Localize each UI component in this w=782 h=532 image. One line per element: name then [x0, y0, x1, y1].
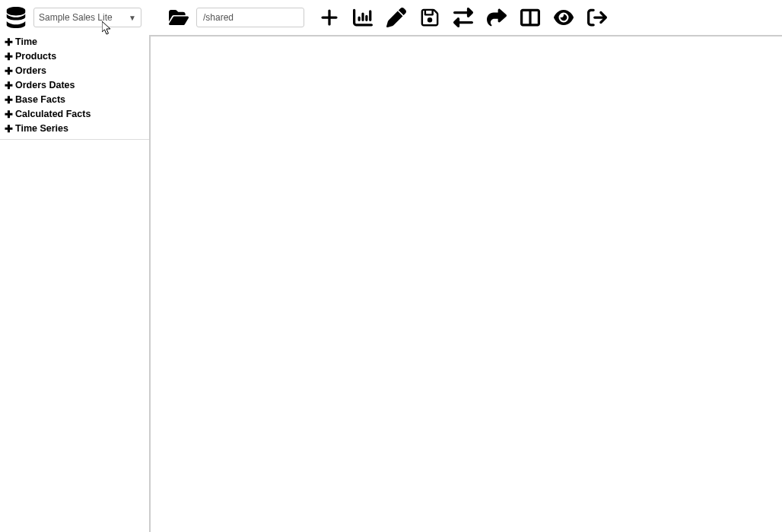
save-icon[interactable]	[418, 6, 441, 29]
pencil-icon[interactable]	[385, 6, 408, 29]
database-icon[interactable]	[5, 6, 27, 29]
main-area: ✚ Time ✚ Products ✚ Orders ✚ Orders Date…	[0, 35, 782, 532]
tree-item[interactable]: ✚ Base Facts	[0, 93, 149, 107]
plus-expand-icon[interactable]: ✚	[5, 65, 15, 78]
plus-expand-icon[interactable]: ✚	[5, 122, 15, 135]
datasource-select-value: Sample Sales Lite	[39, 12, 129, 23]
toolbar-actions	[318, 6, 609, 29]
plus-icon[interactable]	[318, 6, 341, 29]
plus-expand-icon[interactable]: ✚	[5, 79, 15, 92]
content-area	[149, 35, 782, 532]
tree-item[interactable]: ✚ Products	[0, 49, 149, 64]
plus-expand-icon[interactable]: ✚	[5, 93, 15, 106]
sidebar: ✚ Time ✚ Products ✚ Orders ✚ Orders Date…	[0, 35, 150, 532]
plus-expand-icon[interactable]: ✚	[5, 50, 15, 63]
tree-item-label: Time Series	[15, 122, 68, 135]
tree-item-label: Orders	[15, 65, 46, 78]
tree-item[interactable]: ✚ Orders	[0, 64, 149, 78]
tree-item-label: Products	[15, 50, 56, 63]
tree-item-label: Base Facts	[15, 93, 65, 106]
columns-icon[interactable]	[519, 6, 542, 29]
swap-icon[interactable]	[452, 6, 475, 29]
tree-item[interactable]: ✚ Orders Dates	[0, 78, 149, 93]
toolbar: Sample Sales Lite ▼	[0, 0, 782, 35]
sign-out-icon[interactable]	[586, 6, 609, 29]
tree-item-label: Time	[15, 36, 37, 49]
datasource-select[interactable]: Sample Sales Lite ▼	[33, 8, 141, 27]
tree-item[interactable]: ✚ Calculated Facts	[0, 107, 149, 122]
chevron-down-icon: ▼	[129, 14, 136, 22]
tree-item[interactable]: ✚ Time	[0, 35, 149, 49]
plus-expand-icon[interactable]: ✚	[5, 108, 15, 121]
folder-open-icon[interactable]	[167, 6, 190, 29]
bar-chart-icon[interactable]	[351, 6, 374, 29]
share-icon[interactable]	[485, 6, 508, 29]
plus-expand-icon[interactable]: ✚	[5, 36, 15, 49]
path-input[interactable]	[196, 8, 304, 27]
tree-item[interactable]: ✚ Time Series	[0, 122, 149, 136]
tree-item-label: Orders Dates	[15, 79, 75, 92]
eye-icon[interactable]	[552, 6, 575, 29]
tree-item-label: Calculated Facts	[15, 108, 91, 121]
